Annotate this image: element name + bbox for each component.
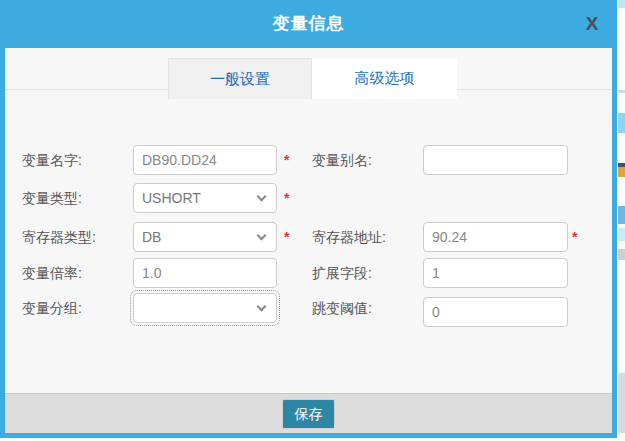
variable-name-input[interactable] xyxy=(133,145,277,175)
background-fragment xyxy=(618,206,625,224)
register-type-select[interactable]: DB xyxy=(133,222,277,252)
close-icon[interactable]: X xyxy=(581,13,603,35)
chevron-down-icon xyxy=(257,192,267,202)
extended-field-input[interactable] xyxy=(423,258,568,288)
variable-alias-label: 变量别名: xyxy=(312,149,372,171)
dialog-body: 一般设置 高级选项 变量名字: * 变量别名: 变量类型: USHORT * 寄… xyxy=(5,48,612,433)
variable-group-select[interactable] xyxy=(133,293,277,323)
extended-field-label: 扩展字段: xyxy=(312,262,372,284)
register-address-input[interactable] xyxy=(423,222,568,252)
register-address-label: 寄存器地址: xyxy=(312,226,386,248)
variable-alias-input[interactable] xyxy=(423,145,568,175)
background-fragment xyxy=(618,0,625,8)
background-fragment xyxy=(618,249,625,260)
dialog-footer: 保存 xyxy=(5,393,612,433)
variable-group-label: 变量分组: xyxy=(22,297,82,319)
background-fragment xyxy=(618,163,625,177)
required-marker: * xyxy=(284,230,289,244)
variable-ratio-input[interactable] xyxy=(133,258,277,288)
register-type-value: DB xyxy=(142,229,161,245)
background-fragment xyxy=(618,113,625,133)
required-marker: * xyxy=(572,230,577,244)
tab-advanced-options[interactable]: 高级选项 xyxy=(312,58,457,99)
variable-type-label: 变量类型: xyxy=(22,187,82,209)
required-marker: * xyxy=(284,153,289,167)
variable-type-value: USHORT xyxy=(142,190,201,206)
save-button[interactable]: 保存 xyxy=(282,399,335,429)
variable-name-label: 变量名字: xyxy=(22,149,82,171)
variable-type-select[interactable]: USHORT xyxy=(133,183,277,213)
dialog-title: 变量信息 xyxy=(0,0,617,48)
variable-ratio-label: 变量倍率: xyxy=(22,262,82,284)
jump-threshold-label: 跳变阈值: xyxy=(312,297,372,319)
background-fragment xyxy=(618,90,625,93)
background-fragment xyxy=(618,228,625,241)
chevron-down-icon xyxy=(257,231,267,241)
jump-threshold-input[interactable] xyxy=(423,297,568,327)
background-fragment xyxy=(618,373,625,433)
tab-general-settings[interactable]: 一般设置 xyxy=(168,58,312,99)
required-marker: * xyxy=(284,191,289,205)
chevron-down-icon xyxy=(257,302,267,312)
dialog-titlebar: 变量信息 X xyxy=(0,0,617,48)
register-type-label: 寄存器类型: xyxy=(22,226,96,248)
variable-info-dialog: 变量信息 X 一般设置 高级选项 变量名字: * 变量别名: 变量类型: USH… xyxy=(0,0,617,438)
